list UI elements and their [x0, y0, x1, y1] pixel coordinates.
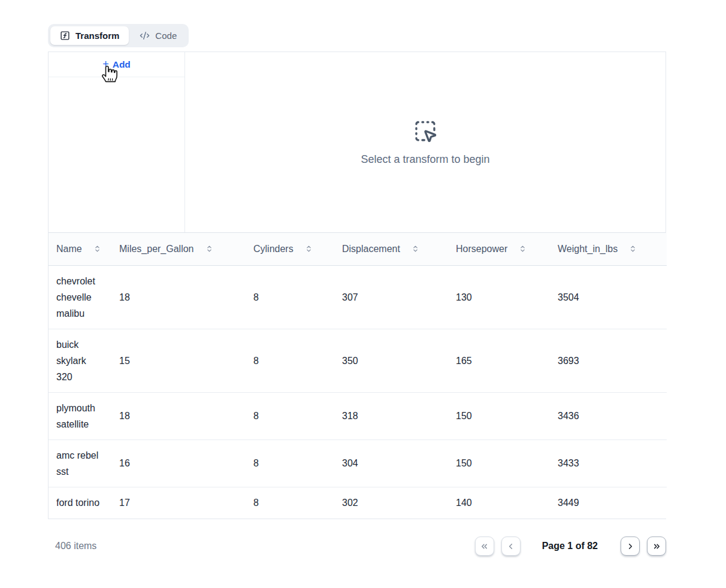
last-page-button[interactable] — [647, 537, 666, 556]
cell-cylinders: 8 — [246, 440, 334, 487]
column-header-displacement[interactable]: Displacement — [334, 233, 448, 265]
cell-cylinders: 8 — [246, 392, 334, 440]
sort-icon[interactable] — [412, 245, 419, 253]
table-footer: 406 items Page 1 of 82 — [48, 534, 666, 558]
column-header-horsepower[interactable]: Horsepower — [448, 233, 550, 265]
table-header-row: Name Miles_per_Gallon Cylinders Displace… — [49, 233, 667, 265]
first-page-button[interactable] — [475, 537, 494, 556]
pagination: Page 1 of 82 — [475, 537, 666, 556]
table-row: ford torino 17 8 302 140 3449 — [49, 487, 667, 519]
cell-miles-per-gallon: 16 — [111, 440, 246, 487]
column-label: Cylinders — [253, 244, 294, 254]
cell-miles-per-gallon: 17 — [111, 487, 246, 519]
view-tabs: Transform Code — [48, 24, 189, 47]
column-label: Miles_per_Gallon — [119, 244, 194, 254]
cell-miles-per-gallon: 15 — [111, 329, 246, 392]
add-row: + Add — [49, 52, 184, 77]
table-row: chevrolet chevelle malibu 18 8 307 130 3… — [49, 265, 667, 329]
column-header-cylinders[interactable]: Cylinders — [246, 233, 334, 265]
column-header-name[interactable]: Name — [49, 233, 111, 265]
add-button-label: Add — [113, 59, 131, 70]
column-header-miles-per-gallon[interactable]: Miles_per_Gallon — [111, 233, 246, 265]
cell-name: chevrolet chevelle malibu — [49, 265, 111, 329]
table-row: buick skylark 320 15 8 350 165 3693 — [49, 329, 667, 392]
chevron-right-icon — [626, 542, 635, 551]
panels: + Add Select a transform to — [49, 52, 666, 233]
transform-detail-panel: Select a transform to begin — [185, 52, 666, 232]
cell-displacement: 307 — [334, 265, 448, 329]
cell-horsepower: 140 — [448, 487, 550, 519]
column-header-weight-in-lbs[interactable]: Weight_in_lbs — [550, 233, 667, 265]
sort-icon[interactable] — [205, 245, 213, 253]
column-label: Horsepower — [456, 244, 507, 254]
cell-horsepower: 165 — [448, 329, 550, 392]
sort-icon[interactable] — [93, 245, 101, 253]
tab-code[interactable]: Code — [130, 26, 186, 45]
cell-weight-in-lbs: 3693 — [550, 329, 667, 392]
cell-weight-in-lbs: 3449 — [550, 487, 667, 519]
workspace: + Add Select a transform to — [48, 51, 666, 519]
empty-state: Select a transform to begin — [361, 119, 489, 166]
cell-cylinders: 8 — [246, 265, 334, 329]
add-transform-button[interactable]: + Add — [102, 59, 131, 70]
tab-transform-label: Transform — [75, 31, 119, 41]
transform-editor: Transform Code + Add — [0, 0, 726, 588]
empty-state-message: Select a transform to begin — [361, 153, 489, 166]
cell-name: ford torino — [49, 487, 111, 519]
cell-displacement: 350 — [334, 329, 448, 392]
page-indicator: Page 1 of 82 — [542, 541, 598, 551]
chevrons-right-icon — [652, 542, 661, 551]
data-table: Name Miles_per_Gallon Cylinders Displace… — [49, 233, 667, 519]
cell-horsepower: 150 — [448, 392, 550, 440]
function-square-icon — [60, 31, 70, 41]
column-label: Weight_in_lbs — [558, 244, 618, 254]
next-page-button[interactable] — [621, 537, 640, 556]
cell-displacement: 318 — [334, 392, 448, 440]
cell-cylinders: 8 — [246, 487, 334, 519]
cell-horsepower: 130 — [448, 265, 550, 329]
chevron-left-icon — [506, 542, 515, 551]
cell-displacement: 304 — [334, 440, 448, 487]
cell-name: amc rebel sst — [49, 440, 111, 487]
plus-icon: + — [102, 59, 109, 69]
cell-horsepower: 150 — [448, 440, 550, 487]
square-dashed-mouse-pointer-icon — [413, 119, 437, 143]
chevrons-left-icon — [480, 542, 489, 551]
sort-icon[interactable] — [305, 245, 313, 253]
table-row: amc rebel sst 16 8 304 150 3433 — [49, 440, 667, 487]
table-row: plymouth satellite 18 8 318 150 3436 — [49, 392, 667, 440]
cell-weight-in-lbs: 3433 — [550, 440, 667, 487]
tab-code-label: Code — [155, 31, 177, 41]
column-label: Displacement — [342, 244, 400, 254]
column-label: Name — [56, 244, 82, 254]
cell-weight-in-lbs: 3504 — [550, 265, 667, 329]
prev-page-button[interactable] — [501, 537, 521, 556]
sort-icon[interactable] — [519, 245, 527, 253]
cell-miles-per-gallon: 18 — [111, 392, 246, 440]
transform-list-panel: + Add — [49, 52, 185, 232]
cell-displacement: 302 — [334, 487, 448, 519]
cell-weight-in-lbs: 3436 — [550, 392, 667, 440]
cell-miles-per-gallon: 18 — [111, 265, 246, 329]
code-icon — [140, 31, 150, 41]
tab-transform[interactable]: Transform — [50, 26, 129, 45]
cell-cylinders: 8 — [246, 329, 334, 392]
cell-name: buick skylark 320 — [49, 329, 111, 392]
sort-icon[interactable] — [629, 245, 637, 253]
cell-name: plymouth satellite — [49, 392, 111, 440]
items-count: 406 items — [55, 541, 96, 551]
